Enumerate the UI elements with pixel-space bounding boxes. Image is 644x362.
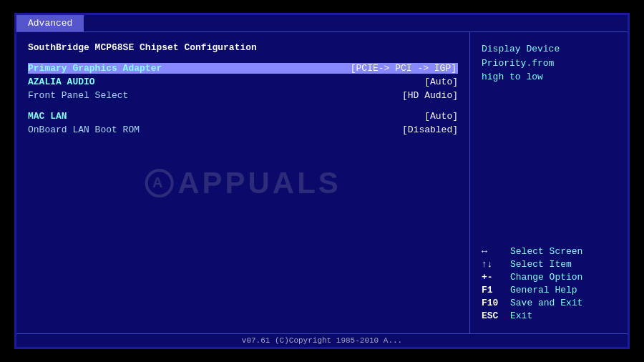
table-row[interactable]: OnBoard LAN Boot ROM [Disabled] xyxy=(28,124,458,135)
row-label-azalia: AZALIA AUDIO xyxy=(28,77,95,87)
key-row: +- Change Option xyxy=(482,272,616,283)
key-desc-esc: Exit xyxy=(510,310,532,321)
key-desc-f10: Save and Exit xyxy=(510,298,582,308)
key-desc-f1: General Help xyxy=(510,285,577,295)
table-row[interactable]: Primary Graphics Adapter [PCIE-> PCI -> … xyxy=(28,63,458,74)
row-value-primary: [PCIE-> PCI -> IGP] xyxy=(349,63,458,74)
row-value-maclan: [Auto] xyxy=(424,111,458,122)
row-value-onboard: [Disabled] xyxy=(402,124,458,135)
key-sym-option: +- xyxy=(482,272,504,283)
key-row: F1 General Help xyxy=(482,285,616,295)
watermark: A APPUALS xyxy=(145,166,341,200)
tab-advanced[interactable]: Advanced xyxy=(16,15,84,31)
footer-text: v07.61 (C)Copyright 1985-2010 A... xyxy=(242,336,402,345)
help-line3: high to low xyxy=(482,72,543,82)
key-row: ↑↓ Select Item xyxy=(482,259,616,270)
key-desc-option: Change Option xyxy=(510,272,582,283)
key-sym-f10: F10 xyxy=(482,298,504,308)
section-title: SouthBridge MCP68SE Chipset Configuratio… xyxy=(28,42,458,53)
row-label-frontpanel: Front Panel Select xyxy=(28,90,128,101)
table-row[interactable]: Front Panel Select [HD Audio] xyxy=(28,90,458,101)
watermark-text: APPUALS xyxy=(177,166,341,200)
bios-screen: Advanced SouthBridge MCP68SE Chipset Con… xyxy=(14,13,630,349)
row-label-onboard: OnBoard LAN Boot ROM xyxy=(28,124,140,135)
key-desc-screen: Select Screen xyxy=(510,246,582,257)
tab-bar: Advanced xyxy=(16,15,628,32)
key-sym-f1: F1 xyxy=(482,285,504,295)
bios-footer: v07.61 (C)Copyright 1985-2010 A... xyxy=(16,333,628,347)
key-row: ↔ Select Screen xyxy=(482,246,616,257)
row-label-maclan: MAC LAN xyxy=(28,111,67,122)
row-value-frontpanel: [HD Audio] xyxy=(402,90,458,101)
row-value-azalia: [Auto] xyxy=(424,77,458,87)
left-panel: SouthBridge MCP68SE Chipset Configuratio… xyxy=(16,32,470,333)
table-row[interactable]: MAC LAN [Auto] xyxy=(28,111,458,122)
bios-main: SouthBridge MCP68SE Chipset Configuratio… xyxy=(16,32,628,333)
help-line1: Display Device xyxy=(482,44,560,54)
key-row: F10 Save and Exit xyxy=(482,298,616,308)
watermark-icon: A xyxy=(145,169,173,197)
key-row: ESC Exit xyxy=(482,310,616,321)
key-sym-screen: ↔ xyxy=(482,246,504,257)
right-panel: Display Device Priority.from high to low… xyxy=(470,32,628,333)
help-line2: Priority.from xyxy=(482,58,554,69)
keys-section: ↔ Select Screen ↑↓ Select Item +- Change… xyxy=(482,246,616,323)
spacer xyxy=(28,104,458,111)
help-text: Display Device Priority.from high to low xyxy=(482,42,616,84)
key-sym-esc: ESC xyxy=(482,310,504,321)
key-desc-item: Select Item xyxy=(510,259,572,270)
row-label-primary: Primary Graphics Adapter xyxy=(28,63,162,74)
key-sym-item: ↑↓ xyxy=(482,259,504,270)
table-row[interactable]: AZALIA AUDIO [Auto] xyxy=(28,77,458,87)
